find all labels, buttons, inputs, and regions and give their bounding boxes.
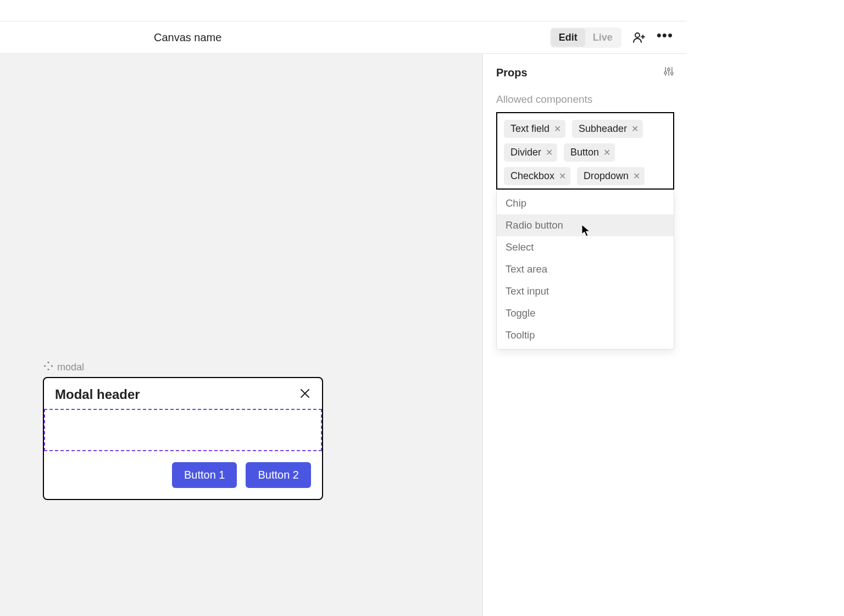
modal-header: Modal header xyxy=(44,378,322,409)
modal-header-title: Modal header xyxy=(55,387,140,402)
chip-remove-icon[interactable]: ✕ xyxy=(603,147,610,158)
modal-footer: Button 1 Button 2 xyxy=(44,451,322,499)
canvas-area[interactable]: modal Modal header Button 1 Button 2 xyxy=(0,54,483,616)
chip-label: Subheader xyxy=(579,123,627,135)
props-title: Props xyxy=(496,66,528,79)
chip-label: Button xyxy=(570,147,599,158)
svg-rect-3 xyxy=(47,362,49,364)
modal-button-2[interactable]: Button 2 xyxy=(246,462,311,488)
sliders-icon[interactable] xyxy=(663,66,674,79)
chip-subheader[interactable]: Subheader ✕ xyxy=(572,120,643,138)
svg-rect-6 xyxy=(51,365,53,367)
chip-remove-icon[interactable]: ✕ xyxy=(546,147,553,158)
chip-label: Divider xyxy=(510,147,541,158)
add-user-icon[interactable] xyxy=(631,30,647,45)
dropdown-option-tooltip[interactable]: Tooltip xyxy=(497,324,674,349)
dropdown-option-select[interactable]: Select xyxy=(497,236,674,258)
modal-body-slot[interactable] xyxy=(44,409,322,451)
chip-remove-icon[interactable]: ✕ xyxy=(559,171,566,181)
more-icon[interactable]: ••• xyxy=(657,28,673,47)
dropdown-option-toggle[interactable]: Toggle xyxy=(497,302,674,324)
chip-label: Text field xyxy=(510,123,549,135)
close-icon[interactable] xyxy=(300,387,310,402)
live-mode-button[interactable]: Live xyxy=(585,29,620,47)
chip-text-field[interactable]: Text field ✕ xyxy=(504,120,565,138)
component-dropdown-list: Chip Radio button Select Text area Text … xyxy=(496,190,674,349)
modal-tag-label: modal xyxy=(57,362,84,373)
edit-mode-button[interactable]: Edit xyxy=(551,29,585,47)
modal-tag[interactable]: modal xyxy=(44,362,84,373)
canvas-title[interactable]: Canvas name xyxy=(154,31,221,44)
dropdown-option-chip[interactable]: Chip xyxy=(497,190,674,214)
chip-checkbox[interactable]: Checkbox ✕ xyxy=(504,167,570,185)
chip-divider[interactable]: Divider ✕ xyxy=(504,143,557,162)
chip-label: Checkbox xyxy=(510,170,554,182)
component-icon xyxy=(44,362,53,373)
svg-point-10 xyxy=(664,71,667,74)
props-header: Props xyxy=(496,66,674,79)
svg-point-0 xyxy=(635,33,640,37)
toolbar: Canvas name Edit Live ••• xyxy=(0,21,686,54)
svg-point-14 xyxy=(671,72,673,74)
chip-label: Dropdown xyxy=(584,170,629,182)
chip-dropdown[interactable]: Dropdown ✕ xyxy=(577,167,645,185)
toolbar-right: Edit Live ••• xyxy=(550,27,673,48)
svg-point-12 xyxy=(668,69,670,71)
props-panel: Props Allowed components Text field ✕ Su… xyxy=(483,54,686,349)
chip-button[interactable]: Button ✕ xyxy=(564,143,615,162)
chip-remove-icon[interactable]: ✕ xyxy=(554,124,561,134)
mode-toggle: Edit Live xyxy=(550,27,621,48)
dropdown-option-radio-button[interactable]: Radio button xyxy=(497,214,674,236)
modal-button-1[interactable]: Button 1 xyxy=(172,462,237,488)
svg-rect-5 xyxy=(44,365,46,367)
allowed-components-input[interactable]: Text field ✕ Subheader ✕ Divider ✕ Butto… xyxy=(496,112,674,190)
modal-card[interactable]: Modal header Button 1 Button 2 xyxy=(43,377,323,500)
chip-remove-icon[interactable]: ✕ xyxy=(631,124,638,134)
chip-remove-icon[interactable]: ✕ xyxy=(633,171,640,181)
svg-rect-4 xyxy=(47,368,49,370)
dropdown-option-text-input[interactable]: Text input xyxy=(497,280,674,302)
allowed-components-label: Allowed components xyxy=(496,93,674,106)
dropdown-option-text-area[interactable]: Text area xyxy=(497,258,674,280)
